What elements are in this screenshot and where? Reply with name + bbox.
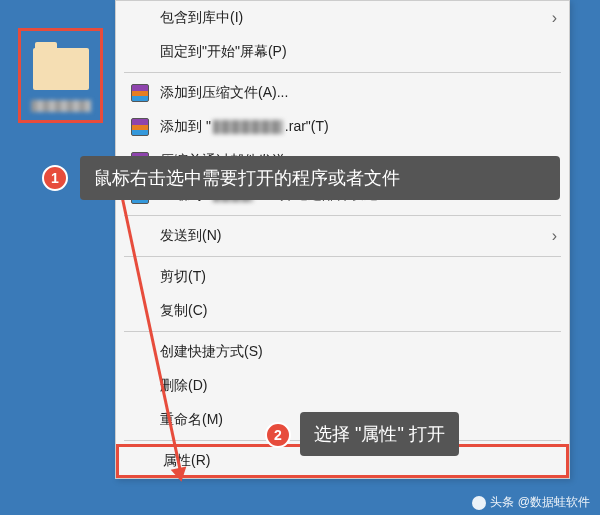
folder-label (31, 100, 91, 112)
step-badge-1: 1 (42, 165, 68, 191)
step-badge-2: 2 (265, 422, 291, 448)
watermark-text: 头条 @数据蛙软件 (490, 494, 590, 511)
annotation-arrow-head (171, 466, 190, 483)
separator (124, 215, 561, 216)
annotation-tip-1: 鼠标右击选中需要打开的程序或者文件 (80, 156, 560, 200)
menu-delete[interactable]: 删除(D) (116, 369, 569, 403)
menu-pin-start[interactable]: 固定到"开始"屏幕(P) (116, 35, 569, 69)
menu-label: 添加到 ".rar"(T) (160, 118, 557, 136)
menu-send-to[interactable]: 发送到(N) › (116, 219, 569, 253)
chevron-right-icon: › (552, 9, 557, 27)
blurred-text (213, 120, 283, 134)
menu-create-shortcut[interactable]: 创建快捷方式(S) (116, 335, 569, 369)
winrar-icon (126, 118, 154, 136)
watermark-icon (472, 496, 486, 510)
separator (124, 331, 561, 332)
desktop-folder[interactable] (18, 28, 103, 123)
text: M) (207, 411, 223, 427)
menu-label: 复制(C) (160, 302, 557, 320)
menu-add-archive[interactable]: 添加到压缩文件(A)... (116, 76, 569, 110)
annotation-tip-2: 选择 "属性" 打开 (300, 412, 459, 456)
folder-icon (33, 48, 89, 90)
menu-label: 包含到库中(I) (160, 9, 552, 27)
watermark: 头条 @数据蛙软件 (472, 494, 590, 511)
text: 重命 (160, 411, 188, 427)
text: 添加到 " (160, 118, 211, 134)
chevron-right-icon: › (552, 227, 557, 245)
winrar-icon (126, 84, 154, 102)
separator (124, 72, 561, 73)
separator (124, 256, 561, 257)
menu-label: 添加到压缩文件(A)... (160, 84, 557, 102)
context-menu: 包含到库中(I) › 固定到"开始"屏幕(P) 添加到压缩文件(A)... 添加… (115, 0, 570, 479)
menu-copy[interactable]: 复制(C) (116, 294, 569, 328)
menu-label: 剪切(T) (160, 268, 557, 286)
menu-include-library[interactable]: 包含到库中(I) › (116, 1, 569, 35)
menu-cut[interactable]: 剪切(T) (116, 260, 569, 294)
menu-label: 创建快捷方式(S) (160, 343, 557, 361)
menu-label: 删除(D) (160, 377, 557, 395)
menu-label: 固定到"开始"屏幕(P) (160, 43, 557, 61)
menu-add-rar[interactable]: 添加到 ".rar"(T) (116, 110, 569, 144)
menu-label: 发送到(N) (160, 227, 552, 245)
text: .rar"(T) (285, 118, 329, 134)
